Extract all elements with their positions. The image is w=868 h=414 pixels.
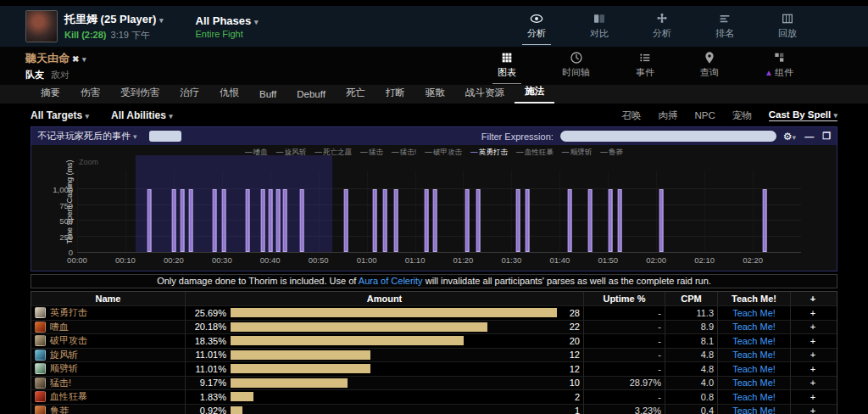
- legend-item-顺劈斩[interactable]: — 顺劈斩: [562, 148, 592, 156]
- legend-item-英勇打击[interactable]: — 英勇打击: [470, 148, 508, 156]
- tab-伤害[interactable]: 伤害: [70, 83, 110, 104]
- legend-item-鲁莽[interactable]: — 鲁莽: [600, 148, 623, 156]
- column-header-+[interactable]: +: [791, 292, 835, 305]
- minimize-icon[interactable]: —: [804, 131, 814, 142]
- cast-bar-英勇打击[interactable]: [344, 189, 348, 252]
- view-list[interactable]: 事件: [631, 48, 659, 84]
- tab-受到伤害[interactable]: 受到伤害: [110, 83, 170, 104]
- plot-area[interactable]: 00:0000:1000:2000:3000:4000:5001:0001:10…: [77, 171, 801, 253]
- cast-bar-英勇打击[interactable]: [283, 189, 287, 252]
- expand-row-button[interactable]: +: [791, 334, 835, 348]
- view-clock[interactable]: 时间轴: [557, 48, 595, 84]
- column-header-Amount[interactable]: Amount: [186, 292, 584, 305]
- expand-row-button[interactable]: +: [791, 362, 835, 376]
- teach-me-link[interactable]: Teach Me!: [732, 378, 776, 388]
- expand-row-button[interactable]: +: [791, 349, 835, 362]
- view-pin[interactable]: 查询: [695, 48, 724, 84]
- cast-bar-英勇打击[interactable]: [299, 189, 303, 252]
- teach-me-link[interactable]: Teach Me!: [732, 308, 776, 318]
- player-selector[interactable]: 聽天由命✖ ▾: [25, 51, 86, 66]
- phase-selector[interactable]: All Phases ▾ Entire Fight: [196, 14, 259, 39]
- cast-bar-英勇打击[interactable]: [213, 189, 217, 252]
- cast-bar-英勇打击[interactable]: [171, 189, 175, 252]
- cast-bar-英勇打击[interactable]: [372, 189, 376, 252]
- fight-selector[interactable]: 托里姆 (25 Player) ▾ Kill (2:28)3:19 下午: [25, 10, 164, 42]
- cast-bar-英勇打击[interactable]: [261, 189, 265, 252]
- expand-row-button[interactable]: +: [791, 405, 835, 414]
- cast-bar-英勇打击[interactable]: [269, 189, 273, 252]
- legend-item-破甲攻击[interactable]: — 破甲攻击: [425, 148, 462, 156]
- nav-ranking[interactable]: 排名: [710, 8, 739, 45]
- cast-bar-英勇打击[interactable]: [424, 189, 428, 252]
- cast-bar-英勇打击[interactable]: [393, 189, 398, 252]
- ability-link[interactable]: 血性狂暴: [50, 390, 87, 403]
- pill-肉搏[interactable]: 肉搏: [658, 109, 677, 122]
- death-filter-dropdown[interactable]: 不记录玩家死后的事件 ▾: [37, 130, 137, 143]
- tab-驱散[interactable]: 驱散: [415, 83, 455, 104]
- cast-bar-英勇打击[interactable]: [567, 189, 571, 252]
- tab-打断[interactable]: 打断: [376, 83, 415, 104]
- tab-施法[interactable]: 施法: [515, 81, 554, 104]
- ability-link[interactable]: 嗜血: [50, 321, 69, 333]
- fight-title[interactable]: 托里姆 (25 Player) ▾: [64, 12, 164, 27]
- nav-compare[interactable]: 对比: [585, 8, 614, 45]
- cast-bar-英勇打击[interactable]: [383, 189, 387, 252]
- teach-me-link[interactable]: Teach Me!: [732, 364, 776, 374]
- ability-link[interactable]: 英勇打击: [50, 306, 87, 319]
- nav-eye[interactable]: 分析: [522, 8, 551, 45]
- ability-link[interactable]: 破甲攻击: [50, 334, 87, 347]
- cast-bar-英勇打击[interactable]: [608, 189, 612, 252]
- tab-Debuff[interactable]: Debuff: [287, 86, 336, 104]
- abilities-dropdown[interactable]: All Abilities ▾: [111, 109, 173, 121]
- cast-chart[interactable]: — 嗜血— 旋风斩— 死亡之愿— 猛击— 猛击!— 破甲攻击— 英勇打击— 血性…: [31, 145, 837, 271]
- teach-me-link[interactable]: Teach Me!: [732, 392, 776, 402]
- pill-NPC[interactable]: NPC: [694, 110, 715, 120]
- ability-link[interactable]: 猛击!: [50, 377, 71, 389]
- pill-宠物[interactable]: 宠物: [732, 109, 752, 122]
- cast-bar-英勇打击[interactable]: [659, 189, 663, 252]
- cast-bar-英勇打击[interactable]: [180, 189, 184, 252]
- tab-死亡[interactable]: 死亡: [336, 83, 376, 104]
- teach-me-link[interactable]: Teach Me!: [732, 350, 776, 360]
- cast-bar-英勇打击[interactable]: [515, 189, 520, 252]
- teach-me-link[interactable]: Teach Me!: [732, 336, 776, 346]
- cast-bar-英勇打击[interactable]: [275, 189, 280, 252]
- cast-by-spell-dropdown[interactable]: Cast By Spell ▾: [769, 109, 837, 121]
- cast-bar-英勇打击[interactable]: [147, 189, 152, 252]
- column-header-Uptime%[interactable]: Uptime %: [584, 292, 665, 305]
- tab-战斗资源[interactable]: 战斗资源: [455, 83, 515, 104]
- expand-row-button[interactable]: +: [791, 321, 835, 334]
- death-filter-input[interactable]: [149, 131, 181, 142]
- cast-bar-英勇打击[interactable]: [222, 189, 226, 252]
- teach-me-link[interactable]: Teach Me!: [732, 406, 776, 414]
- cast-bar-英勇打击[interactable]: [245, 189, 249, 252]
- legend-item-猛击![interactable]: — 猛击!: [392, 148, 416, 156]
- enemies-toggle[interactable]: 敌对: [51, 70, 70, 80]
- cast-bar-英勇打击[interactable]: [525, 189, 529, 252]
- legend-item-血性狂暴[interactable]: — 血性狂暴: [516, 148, 554, 156]
- nav-puzzle[interactable]: 分析: [648, 8, 676, 45]
- ability-link[interactable]: 鲁莽: [50, 405, 69, 414]
- column-header-CPM[interactable]: CPM: [665, 292, 718, 305]
- expand-row-button[interactable]: +: [791, 390, 835, 404]
- cast-bar-英勇打击[interactable]: [476, 189, 480, 252]
- view-blocks[interactable]: ▲组件: [760, 48, 798, 84]
- cast-bar-英勇打击[interactable]: [433, 189, 437, 252]
- friendlies-toggle[interactable]: 队友: [25, 70, 44, 80]
- cast-bar-英勇打击[interactable]: [617, 189, 621, 252]
- tab-仇恨[interactable]: 仇恨: [209, 83, 249, 104]
- cast-bar-英勇打击[interactable]: [588, 189, 593, 252]
- filter-expression-input[interactable]: [560, 131, 776, 142]
- expand-row-button[interactable]: +: [791, 377, 835, 390]
- ability-link[interactable]: 旋风斩: [50, 349, 78, 361]
- nav-replay[interactable]: 回放: [773, 8, 802, 45]
- ability-link[interactable]: 顺劈斩: [50, 362, 78, 375]
- targets-dropdown[interactable]: All Targets ▾: [31, 109, 89, 121]
- cast-bar-英勇打击[interactable]: [465, 189, 470, 252]
- expand-row-button[interactable]: +: [791, 306, 835, 320]
- gear-icon[interactable]: ⚙▾: [783, 131, 796, 143]
- tab-摘要[interactable]: 摘要: [31, 83, 70, 104]
- cast-bar-英勇打击[interactable]: [762, 189, 766, 252]
- column-header-Name[interactable]: Name: [31, 292, 186, 305]
- tab-Buff[interactable]: Buff: [249, 86, 287, 104]
